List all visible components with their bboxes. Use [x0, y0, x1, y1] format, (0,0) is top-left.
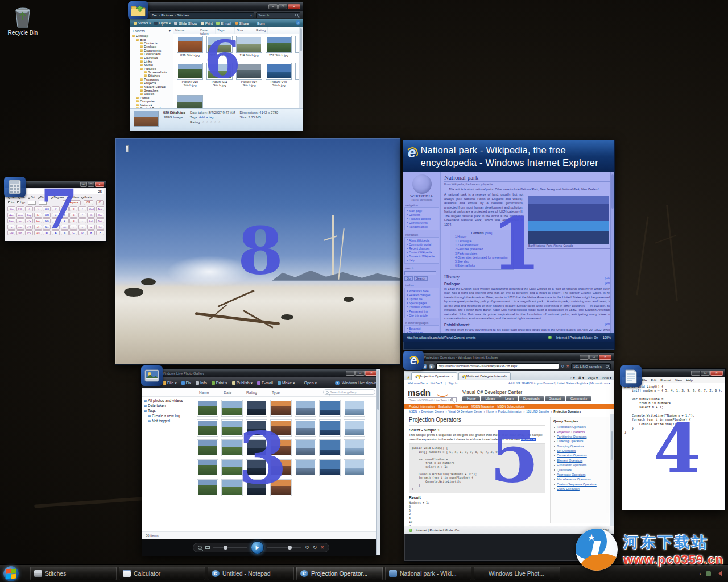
- breadcrumb-link[interactable]: 101 LINQ Samples: [526, 410, 549, 413]
- calc-key[interactable]: +/-: [61, 225, 69, 230]
- sidebar-link[interactable]: About Wikipedia: [406, 238, 437, 242]
- calc-key[interactable]: tan: [16, 230, 24, 235]
- scrollbar-thumb[interactable]: [611, 174, 614, 209]
- calc-key[interactable]: -: [78, 218, 86, 223]
- zoom-level[interactable]: 100%: [601, 529, 609, 532]
- gallery-toolbar-item[interactable]: File ▾: [163, 381, 177, 385]
- gallery-toolbar-item[interactable]: Print ▾: [212, 381, 228, 385]
- calc-key[interactable]: =: [87, 225, 95, 230]
- delete-icon[interactable]: ✕: [320, 545, 324, 550]
- contents-entry[interactable]: 4 Other sites designated for preservatio…: [455, 256, 508, 260]
- calc-key[interactable]: log: [34, 218, 42, 223]
- msdn-nav-tab[interactable]: Support: [545, 396, 565, 401]
- calc-key[interactable]: 3: [69, 218, 77, 223]
- explorer-scrollbar[interactable]: [299, 27, 303, 108]
- command-bar-item[interactable]: Print: [201, 22, 213, 26]
- calc-key[interactable]: 2: [61, 218, 69, 223]
- minimize-button[interactable]: –: [691, 371, 700, 376]
- rating-stars[interactable]: ☆ ☆ ☆ ☆ ☆: [202, 120, 221, 124]
- rotate-left-icon[interactable]: ↺: [305, 545, 309, 550]
- query-sample-link[interactable]: Conversion Operators: [553, 453, 606, 458]
- msdn-header-links[interactable]: Add LIVE SEARCH to your Browser! | Unite…: [508, 381, 610, 385]
- sidebar-link[interactable]: What links here: [406, 289, 437, 293]
- gallery-search[interactable]: [323, 389, 375, 395]
- tray-expand-icon[interactable]: ‹: [700, 571, 701, 577]
- calc-key[interactable]: /: [78, 206, 86, 211]
- forward-button[interactable]: ▶: [429, 364, 435, 369]
- gallery-thumbnail[interactable]: [221, 479, 243, 496]
- calc-key[interactable]: +: [78, 225, 86, 230]
- tools-menu[interactable]: Tools ▾: [601, 376, 611, 380]
- gallery-thumbnail[interactable]: [221, 419, 243, 436]
- calc-key[interactable]: Lsh: [87, 218, 95, 223]
- language-link[interactable]: Bosanski: [406, 326, 437, 330]
- help-icon[interactable]: ?: [335, 381, 340, 385]
- calc-key[interactable]: B: [61, 230, 69, 235]
- gallery-tree-item[interactable]: Tags: [142, 408, 192, 413]
- calc-key[interactable]: Xor: [96, 213, 104, 218]
- gallery-toolbar-item[interactable]: Publish ▾: [232, 381, 253, 385]
- gallery-thumbnail[interactable]: [246, 459, 267, 476]
- details-tags-value[interactable]: Add a tag: [199, 115, 214, 119]
- tab-projection-operators[interactable]: eProjection Operators×: [411, 372, 457, 380]
- maximize-button[interactable]: □: [589, 355, 598, 360]
- wiki-search-button[interactable]: Search: [414, 276, 428, 281]
- maximize-button[interactable]: □: [701, 371, 710, 376]
- gallery-tree-item[interactable]: Create a new tag: [142, 413, 192, 418]
- gallery-thumbnail[interactable]: [246, 400, 267, 417]
- calc-key[interactable]: 1: [52, 218, 60, 223]
- minimize-button[interactable]: –: [268, 4, 278, 9]
- query-sample-link[interactable]: Ordering Operators: [553, 439, 606, 443]
- gallery-toolbar-item[interactable]: Open ▾: [299, 381, 317, 385]
- contents-entry[interactable]: 2 Features preserved: [455, 247, 508, 251]
- gallery-thumbnail[interactable]: [246, 439, 267, 456]
- maximize-button[interactable]: □: [88, 182, 94, 187]
- help-icon[interactable]: ?: [296, 20, 300, 25]
- calc-key[interactable]: .: [69, 225, 77, 230]
- query-sample-link[interactable]: Set Operators: [553, 448, 606, 453]
- gallery-thumbnail[interactable]: [246, 419, 267, 436]
- msdn-search-box[interactable]: Search MSDN with Live Search: [408, 397, 457, 402]
- column-header[interactable]: Size: [235, 27, 254, 34]
- calc-key[interactable]: Sta: [7, 206, 15, 211]
- query-sample-link[interactable]: Element Operators: [553, 458, 606, 463]
- breadcrumb-dropdown-icon[interactable]: ▾: [250, 13, 252, 17]
- calc-key[interactable]: Or: [87, 213, 95, 218]
- sort-column[interactable]: Date: [224, 390, 231, 394]
- not-you-link[interactable]: Not Bec?: [431, 381, 442, 385]
- query-sample-link[interactable]: Quantifiers: [553, 467, 606, 472]
- calc-key[interactable]: 5: [61, 213, 69, 218]
- clear-entry-button[interactable]: CE: [84, 200, 93, 205]
- url-field[interactable]: http://msdn2.microsoft.com/en-us/vcsharp…: [436, 363, 559, 369]
- msdn-scrollbar[interactable]: [610, 414, 614, 526]
- subnav-link[interactable]: Webcasts: [456, 405, 469, 408]
- query-sample-link[interactable]: Partitioning Operators: [553, 434, 606, 439]
- checkbox-hyp[interactable]: Hyp: [17, 201, 25, 204]
- file-item[interactable]: 862 Stitch.jpg: [206, 36, 233, 61]
- sidebar-link[interactable]: Main page: [406, 209, 437, 213]
- calc-key[interactable]: Exp: [25, 213, 33, 218]
- column-header[interactable]: Name: [173, 27, 198, 34]
- gallery-tree-item[interactable]: All photos and videos: [142, 398, 192, 403]
- calc-key[interactable]: E: [87, 230, 95, 235]
- file-item[interactable]: Picture 010 Stitch.jpg: [177, 63, 203, 88]
- taskbar-button[interactable]: Windows Live Phot...: [474, 567, 560, 580]
- gallery-search-input[interactable]: [330, 390, 373, 394]
- gallery-thumbnail[interactable]: [344, 459, 365, 476]
- gallery-scrollbar[interactable]: [376, 369, 380, 555]
- wikipedia-globe-logo[interactable]: [412, 174, 432, 194]
- clear-button[interactable]: C: [96, 200, 104, 205]
- breadcrumb-pictures[interactable]: Pictures: [161, 14, 173, 17]
- calc-key[interactable]: n!: [34, 225, 42, 230]
- welcome-link[interactable]: Welcome Bec ▾: [408, 381, 428, 385]
- radio-grads[interactable]: Grads: [81, 196, 92, 199]
- ie-search-input[interactable]: [573, 365, 606, 368]
- wiki-scrollbar[interactable]: [610, 172, 614, 333]
- sidebar-link[interactable]: Contact Wikipedia: [406, 251, 437, 255]
- radio-oct[interactable]: Oct: [28, 196, 35, 199]
- breadcrumb-link[interactable]: MSDN: [409, 410, 417, 413]
- explorer-search[interactable]: [256, 12, 300, 18]
- sort-column[interactable]: Type: [272, 390, 280, 394]
- gallery-thumbnail[interactable]: [295, 439, 316, 456]
- contents-entry[interactable]: 1 History: [455, 235, 508, 239]
